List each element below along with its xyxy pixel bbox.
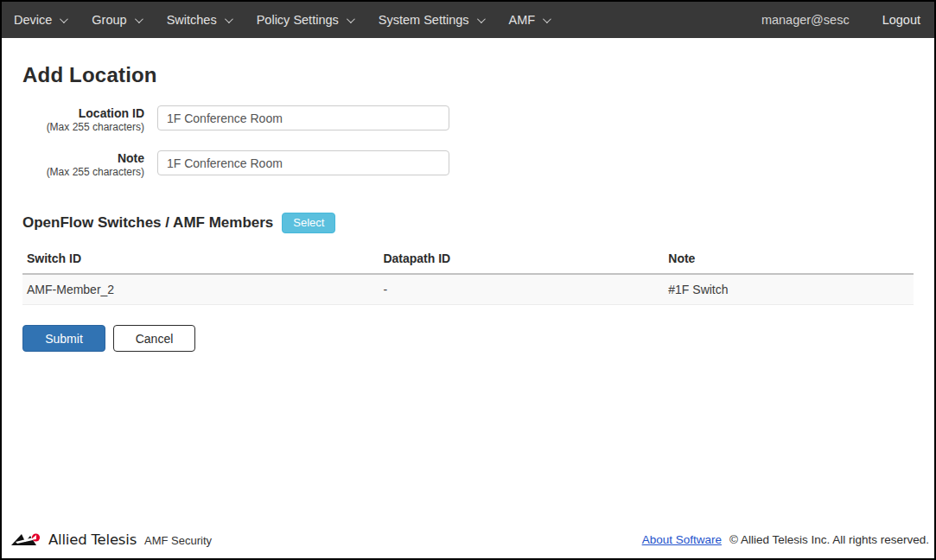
add-location-form: Location ID (Max 255 characters) Note (M… bbox=[22, 105, 914, 179]
nav-item-label: Device bbox=[14, 13, 52, 27]
select-members-button[interactable]: Select bbox=[282, 213, 335, 233]
brand-name: Allied Telesis bbox=[48, 531, 137, 548]
top-navbar: Device Group Switches Policy Settings Sy… bbox=[2, 2, 934, 38]
form-row-location-id: Location ID (Max 255 characters) bbox=[22, 105, 914, 134]
note-hint: (Max 255 characters) bbox=[22, 166, 144, 179]
cancel-button[interactable]: Cancel bbox=[113, 325, 195, 352]
page-footer: Allied Telesis AMF Security About Softwa… bbox=[2, 525, 934, 558]
nav-item-label: Switches bbox=[167, 13, 217, 27]
page-title: Add Location bbox=[22, 63, 914, 87]
submit-button[interactable]: Submit bbox=[22, 325, 105, 352]
nav-item-group[interactable]: Group bbox=[92, 13, 140, 27]
brand: Allied Telesis AMF Security bbox=[10, 531, 212, 548]
column-header-datapath-id: Datapath ID bbox=[379, 245, 664, 274]
form-row-note: Note (Max 255 characters) bbox=[22, 150, 914, 179]
cell-datapath-id: - bbox=[379, 274, 664, 305]
nav-item-switches[interactable]: Switches bbox=[167, 13, 231, 27]
column-header-note: Note bbox=[664, 245, 914, 274]
chevron-down-icon bbox=[543, 15, 551, 23]
about-software-link[interactable]: About Software bbox=[642, 533, 722, 546]
cell-note: #1F Switch bbox=[664, 274, 914, 305]
chevron-down-icon bbox=[225, 15, 233, 23]
nav-item-label: Policy Settings bbox=[257, 13, 339, 27]
nav-item-label: System Settings bbox=[379, 13, 469, 27]
table-row: AMF-Member_2 - #1F Switch bbox=[22, 274, 914, 305]
main-content: Add Location Location ID (Max 255 charac… bbox=[2, 63, 934, 352]
members-table-header-row: Switch ID Datapath ID Note bbox=[22, 245, 914, 274]
cell-switch-id: AMF-Member_2 bbox=[22, 274, 379, 305]
nav-item-label: AMF bbox=[509, 13, 536, 27]
chevron-down-icon bbox=[60, 15, 68, 23]
nav-item-label: Group bbox=[92, 13, 126, 27]
form-actions: Submit Cancel bbox=[22, 325, 914, 352]
members-section-header: OpenFlow Switches / AMF Members Select bbox=[22, 213, 914, 233]
nav-item-amf[interactable]: AMF bbox=[509, 13, 550, 27]
location-id-input[interactable] bbox=[157, 105, 449, 130]
product-name: AMF Security bbox=[144, 531, 212, 547]
members-table: Switch ID Datapath ID Note AMF-Member_2 … bbox=[22, 245, 914, 305]
chevron-down-icon bbox=[477, 15, 486, 23]
location-id-label: Location ID bbox=[22, 106, 144, 121]
location-id-hint: (Max 255 characters) bbox=[22, 121, 144, 134]
logged-in-user: manager@sesc bbox=[761, 13, 850, 27]
note-label: Note bbox=[22, 151, 144, 166]
nav-item-system-settings[interactable]: System Settings bbox=[379, 13, 483, 27]
copyright-text: © Allied Telesis Inc. All rights reserve… bbox=[729, 533, 929, 546]
chevron-down-icon bbox=[135, 15, 143, 23]
logout-button[interactable]: Logout bbox=[882, 13, 920, 27]
nav-item-policy-settings[interactable]: Policy Settings bbox=[257, 13, 353, 27]
chevron-down-icon bbox=[347, 15, 355, 23]
members-section-title: OpenFlow Switches / AMF Members bbox=[22, 214, 273, 232]
nav-item-device[interactable]: Device bbox=[14, 13, 66, 27]
allied-telesis-logo-icon bbox=[10, 531, 42, 548]
note-input[interactable] bbox=[157, 150, 449, 175]
column-header-switch-id: Switch ID bbox=[22, 245, 379, 274]
